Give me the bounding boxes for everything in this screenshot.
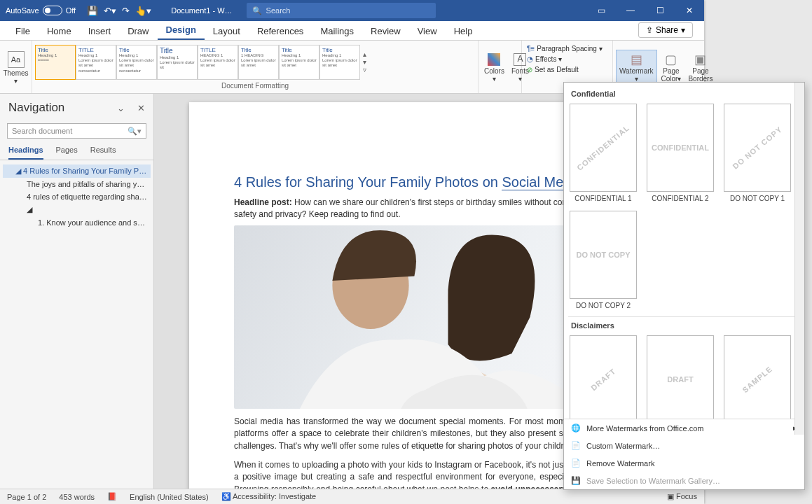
watermark-option[interactable]: DO NOT COPYDO NOT COPY 2 [570, 211, 637, 309]
tab-mailings[interactable]: Mailings [312, 22, 362, 40]
nav-tab-pages[interactable]: Pages [56, 146, 78, 160]
page-count[interactable]: Page 1 of 2 [7, 493, 46, 501]
style-set-thumb[interactable]: TITLEHEADING 1Lorem ipsum dolor sit amet [198, 45, 238, 80]
search-icon: 🔍▾ [128, 127, 142, 136]
page-color-button[interactable]: ▢Page Color▾ [659, 50, 684, 84]
save-icon[interactable]: 💾 [87, 6, 98, 16]
undo-icon[interactable]: ↶▾ [104, 6, 116, 16]
tab-help[interactable]: Help [446, 22, 481, 40]
page-icon: 📄 [571, 441, 581, 450]
share-button[interactable]: ⇪ Share ▾ [638, 22, 693, 38]
navigation-pane: Navigation ⌄✕ Search document 🔍▾ Heading… [0, 94, 154, 489]
watermark-option[interactable]: CONFIDENTIALCONFIDENTIAL 1 [570, 104, 637, 202]
minimize-icon[interactable]: — [616, 0, 645, 21]
search-box[interactable]: 🔍 Search [247, 3, 436, 18]
nav-search-input[interactable]: Search document 🔍▾ [7, 123, 146, 139]
watermark-thumb: CONFIDENTIAL [647, 104, 714, 192]
ribbon-tabs: File Home Insert Draw Design Layout Refe… [0, 21, 704, 41]
watermark-button[interactable]: ▤Watermark▾ [616, 50, 657, 85]
watermark-label: DO NOT COPY 2 [570, 302, 637, 309]
scrollbar[interactable] [794, 83, 804, 435]
style-set-thumb[interactable]: Title1 HEADINGLorem ipsum dolor sit amet [238, 45, 279, 80]
style-set-thumb[interactable]: TitleHeading 1━━━━ [35, 45, 76, 80]
close-icon[interactable]: ✕ [137, 103, 145, 113]
tab-design[interactable]: Design [158, 21, 205, 40]
themes-button[interactable]: AaThemes▾ [3, 50, 29, 85]
watermark-label: CONFIDENTIAL 2 [647, 195, 714, 202]
tab-view[interactable]: View [409, 22, 446, 40]
wm-footer: 🌐More Watermarks from Office.com▸ 📄Custo… [564, 419, 804, 489]
save-selection-button: 💾Save Selection to Watermark Gallery… [564, 472, 804, 489]
share-label: Share [656, 25, 678, 35]
toggle-icon [43, 6, 62, 15]
touch-icon[interactable]: 👆▾ [135, 6, 151, 16]
watermark-thumb: CONFIDENTIAL [570, 104, 637, 192]
paragraph-spacing-button[interactable]: ¶≡Paragraph Spacing▾ [525, 44, 605, 53]
page-borders-button[interactable]: ▣Page Borders [685, 50, 715, 84]
group-colors-fonts: Colors▾ AFonts▾ [479, 41, 522, 93]
titlebar: AutoSave Off 💾 ↶▾ ↷ 👆▾ Document1 - W… 🔍 … [0, 0, 704, 21]
search-placeholder: Search [266, 6, 291, 15]
spell-check-icon[interactable]: 📕 [107, 492, 117, 501]
maximize-icon[interactable]: ☐ [645, 0, 675, 21]
group-document-formatting: TitleHeading 1━━━━ TITLEHeading 1Lorem i… [32, 41, 479, 93]
nav-heading-item[interactable]: ◢ 4 Rules for Sharing Your Family Phot… [3, 164, 151, 178]
more-watermarks-button[interactable]: 🌐More Watermarks from Office.com▸ [564, 419, 804, 437]
set-default-button[interactable]: ⊘Set as Default [525, 65, 581, 74]
document-title: Document1 - W… [157, 6, 246, 15]
nav-heading-item[interactable]: 4 rules of etiquette regarding sha… [3, 190, 151, 203]
colors-button[interactable]: Colors▾ [481, 50, 507, 84]
watermark-option[interactable]: DRAFTDRAFT 1 [570, 335, 637, 419]
close-icon[interactable]: ✕ [675, 0, 704, 21]
style-set-thumb[interactable]: TitleHeading 1Lorem ipsum dolor sit [157, 45, 198, 80]
style-set-thumb[interactable]: TitleHeading 1Lorem ipsum dolor sit amet [279, 45, 319, 80]
nav-tab-results[interactable]: Results [90, 146, 116, 160]
custom-watermark-button[interactable]: 📄Custom Watermark… [564, 437, 804, 454]
style-set-thumb[interactable]: TitleHeading 1Lorem ipsum dolor sit amet… [116, 45, 157, 80]
tab-layout[interactable]: Layout [205, 22, 249, 40]
redo-icon[interactable]: ↷ [122, 6, 130, 16]
group-label: Document Formatting [35, 82, 475, 92]
search-icon: 🔍 [252, 6, 262, 15]
tab-references[interactable]: References [249, 22, 312, 40]
style-gallery-more[interactable]: ▴▾▿ [360, 50, 369, 74]
tab-draw[interactable]: Draw [119, 22, 157, 40]
style-set-thumb[interactable]: TITLEHeading 1Lorem ipsum dolor sit amet… [76, 45, 116, 80]
chevron-down-icon[interactable]: ⌄ [117, 103, 125, 113]
tab-home[interactable]: Home [39, 22, 80, 40]
watermark-thumb: DRAFT [647, 335, 714, 419]
style-set-thumb[interactable]: TitleHeading 1Lorem ipsum dolor sit amet [319, 45, 360, 80]
focus-button[interactable]: ▣ Focus [667, 492, 697, 501]
watermark-option[interactable]: DRAFTDRAFT 2 [647, 335, 714, 419]
wm-category-label: Confidential [568, 85, 800, 104]
watermark-option[interactable]: CONFIDENTIALCONFIDENTIAL 2 [647, 104, 714, 202]
tab-file[interactable]: File [7, 22, 39, 40]
tab-review[interactable]: Review [362, 22, 409, 40]
watermark-label: CONFIDENTIAL 1 [570, 195, 637, 202]
language[interactable]: English (United States) [130, 493, 209, 501]
word-count[interactable]: 453 words [59, 493, 95, 501]
chevron-down-icon: ▾ [681, 25, 685, 35]
nav-header: Navigation ⌄✕ [0, 94, 153, 122]
nav-tab-headings[interactable]: Headings [8, 146, 43, 160]
save-icon: 💾 [571, 476, 581, 485]
window-controls: ▭ — ☐ ✕ [586, 0, 704, 21]
tab-insert[interactable]: Insert [80, 22, 120, 40]
autosave-toggle[interactable]: AutoSave Off [0, 6, 81, 15]
watermark-option[interactable]: SAMPLESAMPLE 1 [724, 335, 791, 419]
group-themes: AaThemes▾ [0, 41, 32, 93]
nav-heading-item[interactable]: The joys and pitfalls of sharing yo… [3, 178, 151, 190]
watermark-option[interactable]: DO NOT COPYDO NOT COPY 1 [724, 104, 791, 202]
nav-tree: ◢ 4 Rules for Sharing Your Family Phot… … [0, 160, 153, 233]
autosave-label: AutoSave [6, 6, 39, 15]
globe-icon: 🌐 [571, 424, 581, 433]
remove-watermark-button[interactable]: 📄Remove Watermark [564, 454, 804, 472]
accessibility[interactable]: ♿ Accessibility: Investigate [221, 492, 317, 501]
nav-heading-item[interactable]: 1. Know your audience and se… [3, 216, 151, 229]
nav-heading-item[interactable]: ◢ [3, 203, 151, 216]
watermark-thumb: DRAFT [570, 335, 637, 419]
nav-search-placeholder: Search document [12, 127, 128, 135]
effects-button[interactable]: ◔Effects▾ [525, 55, 564, 64]
ribbon-display-icon[interactable]: ▭ [586, 0, 616, 21]
toggle-state: Off [66, 6, 76, 15]
